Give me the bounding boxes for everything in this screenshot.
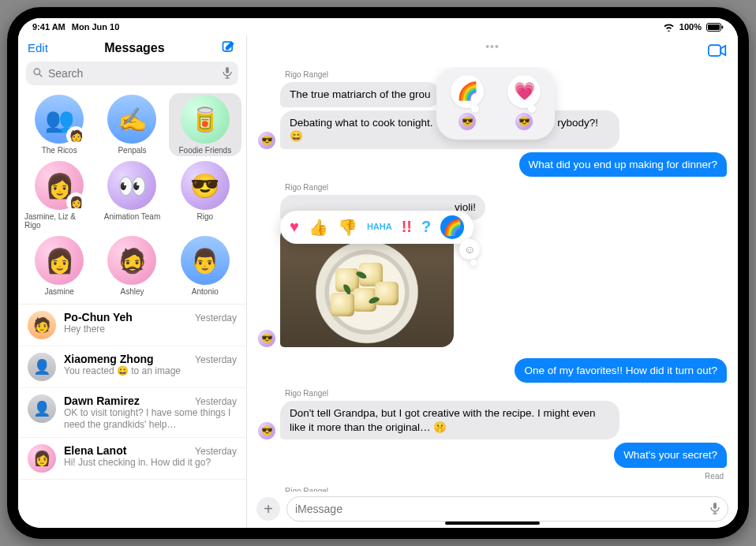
ipad-frame: 9:41 AM Mon Jun 10 100% Edit Messages xyxy=(7,7,749,539)
heart-icon: 💗 xyxy=(507,75,541,108)
status-bar: 9:41 AM Mon Jun 10 100% xyxy=(18,18,738,36)
message-bubble-out[interactable]: One of my favorites!! How did it turn ou… xyxy=(515,358,727,383)
avatar: 👤 xyxy=(28,395,56,423)
svg-rect-2 xyxy=(722,25,724,28)
svg-rect-6 xyxy=(226,67,229,73)
dictation-icon[interactable] xyxy=(710,502,720,517)
tapback-thumbs-up[interactable]: 👍 xyxy=(309,218,328,237)
video-icon xyxy=(708,48,727,60)
tapback-rainbow-selected[interactable]: 🌈 xyxy=(440,215,464,239)
list-item[interactable]: 👩 Elena Lanot Yesterday Hi! Just checkin… xyxy=(18,438,246,480)
message-bubble-in[interactable]: Don't tell Grandpa, but I got creative w… xyxy=(280,401,619,439)
home-indicator[interactable] xyxy=(445,522,540,525)
tapback-picker[interactable]: ♥ 👍 👎 HAHA !! ? 🌈 ☺ xyxy=(280,211,473,244)
pinned-ashley[interactable]: 🧔 Ashley xyxy=(95,234,168,297)
sender-label: Rigo Rangel xyxy=(285,389,727,398)
resize-handle-icon[interactable]: ••• xyxy=(485,40,500,53)
sidebar-header: Edit Messages xyxy=(18,36,246,58)
message-bubble-out[interactable]: What did you end up making for dinner? xyxy=(519,152,727,178)
message-thread[interactable]: 🌈 😎 💗 😎 Rigo Rangel The true matriarch o… xyxy=(247,67,738,492)
rainbow-icon: 🌈 xyxy=(443,218,462,237)
pinned-conversations: 👥🧑 The Ricos ✍️ Penpals 🥫 Foodie Friends… xyxy=(18,90,246,304)
search-field[interactable] xyxy=(26,62,238,85)
pinned-animation-team[interactable]: 👀 Animation Team xyxy=(95,159,168,231)
conversation-pane: ••• 🌈 😎 💗 xyxy=(247,36,738,528)
dictation-icon[interactable] xyxy=(223,66,232,81)
svg-line-5 xyxy=(39,73,43,77)
message-row: What's your secret? xyxy=(258,443,727,468)
pin-label: Ashley xyxy=(120,287,144,296)
pin-label: Jasmine xyxy=(45,287,74,296)
battery-percent: 100% xyxy=(679,22,702,32)
compose-input[interactable] xyxy=(295,503,704,515)
sender-label: Rigo Rangel xyxy=(285,487,727,492)
message-bubble-out[interactable]: What's your secret? xyxy=(614,443,727,468)
message-row: 😎 ♥ 👍 👎 HAHA !! ? 🌈 ☺ xyxy=(258,225,727,347)
compose-field[interactable] xyxy=(286,496,728,522)
edit-button[interactable]: Edit xyxy=(28,41,48,54)
convo-name: Dawn Ramirez xyxy=(64,395,140,407)
avatar: 👥🧑 xyxy=(35,95,84,144)
message-row: 😎 Don't tell Grandpa, but I got creative… xyxy=(258,401,727,439)
facetime-button[interactable] xyxy=(708,43,727,60)
wifi-icon xyxy=(663,23,675,32)
avatar: 👨 xyxy=(181,236,230,285)
screen: 9:41 AM Mon Jun 10 100% Edit Messages xyxy=(18,18,738,528)
avatar: 👀 xyxy=(107,161,156,210)
tapback-summary-popover[interactable]: 🌈 😎 💗 😎 xyxy=(436,67,555,140)
pinned-foodie-friends[interactable]: 🥫 Foodie Friends xyxy=(169,93,241,156)
avatar: 👩 xyxy=(35,236,84,285)
convo-time: Yesterday xyxy=(195,354,237,365)
convo-time: Yesterday xyxy=(195,396,237,407)
avatar: 😎 xyxy=(458,113,476,130)
attachments-button[interactable]: + xyxy=(256,497,280,521)
pin-label: Penpals xyxy=(118,146,146,155)
convo-name: Elena Lanot xyxy=(64,444,126,457)
battery-icon xyxy=(706,23,724,32)
tapback-haha[interactable]: HAHA xyxy=(367,223,392,231)
pinned-jasmine-liz-rigo[interactable]: 👩👩 Jasmine, Liz & Rigo xyxy=(23,159,95,231)
plus-icon: + xyxy=(264,500,273,518)
pinned-rigo[interactable]: 😎 Rigo xyxy=(169,159,241,231)
search-icon xyxy=(32,67,43,80)
list-item[interactable]: 👤 Dawn Ramirez Yesterday OK to visit ton… xyxy=(18,388,246,438)
pinned-antonio[interactable]: 👨 Antonio xyxy=(169,234,241,297)
pane-header: ••• xyxy=(247,36,738,67)
tapback-add-emoji[interactable]: ☺ xyxy=(459,239,480,260)
avatar: 😎 xyxy=(515,113,533,130)
sidebar-title: Messages xyxy=(104,41,165,55)
status-time: 9:41 AM xyxy=(32,22,65,32)
tapback-heart[interactable]: ♥ xyxy=(290,218,299,236)
pinned-jasmine[interactable]: 👩 Jasmine xyxy=(23,234,95,297)
avatar: 😎 xyxy=(258,422,275,439)
pin-label: Jasmine, Liz & Rigo xyxy=(24,212,94,230)
convo-time: Yesterday xyxy=(195,312,237,323)
convo-time: Yesterday xyxy=(195,446,237,457)
svg-rect-9 xyxy=(713,503,717,509)
search-input[interactable] xyxy=(48,67,218,80)
tapback-entry-rainbow[interactable]: 🌈 😎 xyxy=(451,75,484,130)
read-receipt: Read xyxy=(258,472,727,481)
convo-name: Po-Chun Yeh xyxy=(64,311,133,323)
message-bubble-in[interactable]: The true matriarch of the grou xyxy=(280,82,440,107)
tapback-exclaim[interactable]: !! xyxy=(402,218,412,236)
avatar: 👩👩 xyxy=(35,161,84,210)
avatar: ✍️ xyxy=(107,95,156,144)
pin-label: Animation Team xyxy=(104,212,161,221)
tapback-question[interactable]: ? xyxy=(421,218,431,236)
convo-preview: OK to visit tonight? I have some things … xyxy=(64,407,237,431)
tapback-thumbs-down[interactable]: 👎 xyxy=(338,218,357,237)
svg-point-4 xyxy=(34,69,40,75)
list-item[interactable]: 👤 Xiaomeng Zhong Yesterday You reacted 😀… xyxy=(18,346,246,388)
convo-preview: Hey there xyxy=(64,323,237,335)
compose-button[interactable] xyxy=(221,39,237,57)
sidebar: Edit Messages xyxy=(18,36,247,528)
compose-icon xyxy=(221,45,237,57)
tapback-entry-heart[interactable]: 💗 😎 xyxy=(507,75,541,130)
pin-label: Antonio xyxy=(192,287,219,296)
pinned-penpals[interactable]: ✍️ Penpals xyxy=(95,93,168,156)
avatar: 🧔 xyxy=(107,236,156,285)
pinned-the-ricos[interactable]: 👥🧑 The Ricos xyxy=(23,93,95,156)
list-item[interactable]: 🧑 Po-Chun Yeh Yesterday Hey there xyxy=(18,305,246,346)
conversation-list[interactable]: 🧑 Po-Chun Yeh Yesterday Hey there 👤 xyxy=(18,304,246,528)
